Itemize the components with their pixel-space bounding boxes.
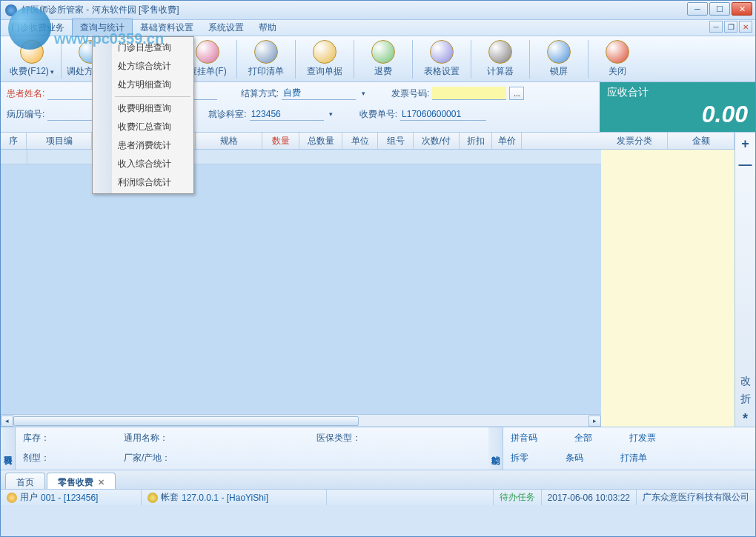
link-split[interactable]: 拆零: [511, 452, 528, 464]
invoice-label: 发票号码:: [391, 87, 429, 100]
scrollbar-thumb[interactable]: [13, 416, 359, 426]
child-restore-button[interactable]: ❐: [724, 21, 737, 33]
toolbar-收费(F12)[interactable]: 收费(F12)▾: [4, 38, 60, 81]
col-header[interactable]: 序: [1, 133, 27, 149]
toolbar-label: 退费: [374, 65, 392, 78]
sb-user-value[interactable]: 001 - [123456]: [41, 493, 98, 503]
horizontal-scrollbar[interactable]: ◂ ▸: [1, 414, 601, 427]
col-invoice-type: 发票分类: [601, 133, 668, 149]
settle-combo-arrow[interactable]: ▾: [359, 90, 368, 97]
dd-fee-detail[interactable]: 收费明细查询: [94, 99, 192, 118]
scroll-left-button[interactable]: ◂: [1, 416, 13, 427]
project-info-label: 项目资料: [1, 427, 16, 470]
total-value: 0.00: [607, 101, 748, 128]
dd-profit-stats[interactable]: 利润综合统计: [94, 173, 192, 192]
col-amount: 金额: [668, 133, 735, 149]
tab-retail-charge[interactable]: 零售收费✕: [47, 473, 116, 489]
col-header[interactable]: 次数/付: [414, 133, 460, 149]
star-button[interactable]: *: [737, 410, 754, 427]
toolbar-关闭[interactable]: 关闭: [589, 38, 646, 81]
patient-name-label: 患者姓名:: [7, 87, 44, 100]
child-close-button[interactable]: ✕: [739, 21, 752, 33]
grid-row[interactable]: [1, 150, 601, 164]
minimize-button[interactable]: ─: [687, 2, 708, 16]
col-header[interactable]: 单价: [492, 133, 522, 149]
side-buttons: + — 改 折 *: [735, 133, 755, 427]
dd-outpatient-daily[interactable]: 门诊日患查询: [94, 39, 192, 57]
add-row-button[interactable]: +: [737, 136, 754, 152]
record-no-label: 病历编号:: [7, 108, 44, 121]
total-label: 应收合计: [607, 86, 748, 99]
link-print-list[interactable]: 打清单: [620, 452, 647, 464]
toolbar-icon: [196, 40, 219, 64]
general-name-label: 通用名称：: [124, 432, 168, 444]
toolbar-label: 收费(F12)▾: [10, 65, 54, 78]
col-header[interactable]: 数量: [262, 133, 299, 149]
menu-help[interactable]: 帮助: [251, 19, 284, 36]
charge-no-input[interactable]: [400, 107, 486, 121]
toolbar-label: 表格设置: [424, 65, 460, 78]
modify-button[interactable]: 改: [740, 375, 751, 388]
invoice-lookup-button[interactable]: ...: [509, 87, 524, 100]
dd-income-stats[interactable]: 收入综合统计: [94, 155, 192, 173]
sb-db-value[interactable]: 127.0.0.1 - [HaoYiShi]: [182, 493, 268, 503]
remove-row-button[interactable]: —: [737, 156, 754, 173]
chevron-down-icon[interactable]: ▾: [50, 68, 54, 76]
tab-close-icon[interactable]: ✕: [98, 478, 105, 487]
col-header[interactable]: 项目编: [27, 133, 92, 149]
child-minimize-button[interactable]: ─: [709, 21, 723, 33]
col-header[interactable]: 规格: [196, 133, 262, 149]
scroll-right-button[interactable]: ▸: [588, 416, 601, 427]
menu-billing[interactable]: 门诊收费业务: [4, 19, 72, 36]
menu-system[interactable]: 系统设置: [201, 19, 251, 36]
toolbar-icon: [371, 40, 395, 64]
toolbar-锁屏[interactable]: 锁屏: [531, 38, 587, 81]
dept-input[interactable]: [250, 107, 324, 121]
dd-prescription-summary[interactable]: 处方综合统计: [94, 57, 192, 76]
toolbar-label: 关闭: [609, 65, 626, 78]
toolbar-表格设置[interactable]: 表格设置: [414, 38, 470, 81]
link-barcode[interactable]: 条码: [566, 452, 583, 464]
col-header[interactable]: 折扣: [460, 133, 492, 149]
dd-patient-spend[interactable]: 患者消费统计: [94, 136, 192, 155]
grid-body[interactable]: [1, 150, 601, 414]
col-header[interactable]: 组号: [378, 133, 414, 149]
dept-combo-arrow[interactable]: ▾: [327, 110, 336, 118]
link-all[interactable]: 全部: [574, 432, 592, 444]
sb-db-label: 帐套: [161, 491, 179, 504]
toolbar-label: 计算器: [487, 65, 514, 78]
menu-query-stats[interactable]: 查询与统计: [72, 19, 133, 37]
col-header[interactable]: 单位: [342, 133, 378, 149]
maximize-button[interactable]: ☐: [709, 2, 730, 16]
close-button[interactable]: ✕: [732, 2, 752, 16]
database-icon: [147, 493, 158, 503]
charge-no-label: 收费单号:: [359, 108, 397, 121]
dd-prescription-detail[interactable]: 处方明细查询: [94, 76, 192, 94]
col-header[interactable]: 总数量: [299, 133, 342, 149]
discount-button[interactable]: 折: [740, 393, 751, 406]
settle-label: 结算方式:: [241, 87, 279, 100]
toolbar-查询单据[interactable]: 查询单据: [296, 38, 353, 81]
link-pinyin[interactable]: 拼音码: [511, 432, 537, 444]
window-title: 好医师诊所管家 - 河东软件园 [零售收费]: [21, 4, 179, 16]
toolbar-icon: [313, 40, 336, 64]
menu-basedata[interactable]: 基础资料设置: [133, 19, 201, 36]
link-print-invoice[interactable]: 打发票: [629, 432, 656, 444]
toolbar-icon: [430, 40, 454, 64]
title-bar: 好医师诊所管家 - 河东软件园 [零售收费] ─ ☐ ✕: [1, 1, 755, 20]
toolbar-退费[interactable]: 退费: [355, 38, 411, 81]
sb-time: 2017-06-06 10:03:22: [548, 493, 630, 503]
toolbar-打印清单[interactable]: 打印清单: [238, 38, 294, 81]
invoice-input[interactable]: [432, 87, 506, 100]
sb-pending[interactable]: 待办任务: [500, 491, 535, 504]
toolbar-icon: [606, 40, 629, 64]
toolbar-label: 锁屏: [550, 65, 568, 78]
tab-home[interactable]: 首页: [5, 473, 45, 489]
settle-input[interactable]: [282, 87, 356, 100]
toolbar-label: 打印清单: [248, 65, 284, 78]
right-grid-body[interactable]: [601, 150, 735, 427]
dd-fee-summary[interactable]: 收费汇总查询: [94, 118, 192, 136]
stock-label: 库存：: [23, 432, 50, 444]
toolbar-计算器[interactable]: 计算器: [472, 38, 528, 81]
right-grid-header: 发票分类 金额: [601, 133, 735, 150]
